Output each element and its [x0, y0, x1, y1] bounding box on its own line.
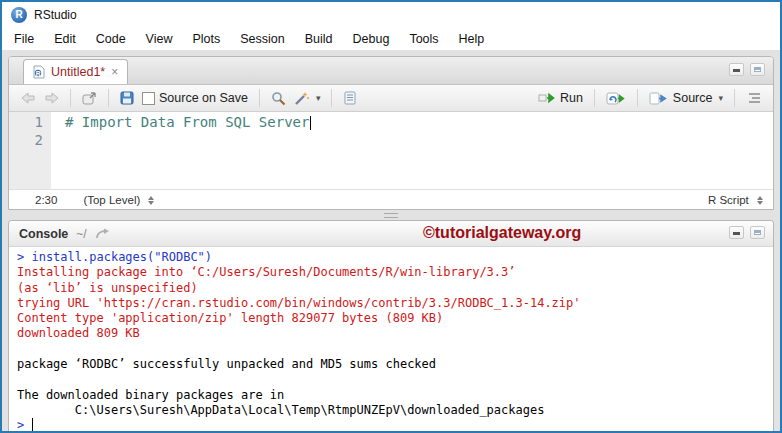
- console-line: (as ‘lib’ is unspecified): [17, 281, 773, 296]
- menu-item-tools[interactable]: Tools: [399, 29, 448, 49]
- tab-label: Untitled1*: [51, 65, 105, 79]
- console-line: [17, 372, 773, 387]
- console-header: Console ~/ ©tutorialgateway.org: [9, 221, 773, 247]
- source-label: Source: [673, 91, 713, 105]
- file-type-selector[interactable]: R Script: [708, 194, 763, 206]
- outline-icon: [746, 92, 761, 104]
- run-label: Run: [560, 91, 583, 105]
- watermark: ©tutorialgateway.org: [423, 224, 581, 242]
- editor-status-bar: 2:30 (Top Level) R Script: [9, 189, 773, 210]
- file-type-label: R Script: [708, 194, 749, 206]
- popout-window-button[interactable]: [78, 90, 101, 107]
- line-number: 2: [9, 131, 43, 149]
- console-title: Console: [19, 227, 68, 241]
- back-arrow-icon: [21, 92, 36, 104]
- source-toolbar: Source on Save ▾ Run: [9, 85, 773, 112]
- maximize-pane-icon[interactable]: [750, 63, 765, 76]
- menu-item-code[interactable]: Code: [86, 29, 136, 49]
- code-editor[interactable]: 12 # Import Data From SQL Server: [9, 112, 773, 189]
- magic-wand-icon: [294, 91, 310, 106]
- popout-icon: [82, 92, 97, 105]
- source-button[interactable]: Source ▾: [645, 89, 727, 107]
- source-on-save-checkbox[interactable]: Source on Save: [138, 89, 252, 107]
- source-on-save-label: Source on Save: [159, 91, 248, 105]
- console-line: >: [17, 418, 773, 431]
- menu-item-edit[interactable]: Edit: [44, 29, 86, 49]
- document-outline-button[interactable]: [742, 90, 765, 106]
- maximize-pane-icon[interactable]: [750, 226, 765, 239]
- menu-item-plots[interactable]: Plots: [182, 29, 230, 49]
- run-icon: [538, 92, 556, 104]
- notebook-icon: [343, 91, 357, 105]
- console-line: package ‘RODBC’ successfully unpacked an…: [17, 357, 773, 372]
- menu-item-debug[interactable]: Debug: [343, 29, 400, 49]
- splitter-grip-icon[interactable]: [384, 213, 398, 218]
- svg-text:R: R: [36, 70, 41, 77]
- console-line: Content type 'application/zip' length 82…: [17, 311, 773, 326]
- run-button[interactable]: Run: [534, 89, 587, 107]
- window-title: RStudio: [34, 8, 77, 22]
- menu-item-file[interactable]: File: [4, 29, 44, 49]
- back-button[interactable]: [17, 90, 40, 106]
- minimize-pane-icon[interactable]: [729, 63, 744, 76]
- r-file-icon: R: [33, 65, 45, 79]
- pane-splitter[interactable]: [2, 210, 780, 220]
- console-line: downloaded 809 KB: [17, 326, 773, 341]
- line-number: 1: [9, 113, 43, 131]
- source-pane: R Untitled1* ×: [8, 56, 774, 210]
- compile-report-button[interactable]: [339, 89, 361, 107]
- source-tab-strip: R Untitled1* ×: [9, 57, 773, 85]
- text-cursor: [310, 116, 311, 130]
- menu-item-session[interactable]: Session: [230, 29, 294, 49]
- rerun-button[interactable]: [602, 90, 630, 107]
- menu-item-help[interactable]: Help: [449, 29, 495, 49]
- console-output[interactable]: > install.packages("RODBC")Installing pa…: [9, 247, 773, 431]
- working-directory: ~/: [76, 227, 86, 241]
- console-pane: Console ~/ ©tutorialgateway.org > instal…: [8, 220, 774, 431]
- save-icon: [120, 91, 134, 105]
- menu-bar: FileEditCodeViewPlotsSessionBuildDebugTo…: [2, 27, 780, 50]
- checkbox-icon[interactable]: [142, 92, 155, 105]
- console-line: Installing package into ‘C:/Users/Suresh…: [17, 265, 773, 280]
- menu-item-view[interactable]: View: [136, 29, 183, 49]
- workspace: R Untitled1* ×: [2, 50, 780, 431]
- forward-arrow-icon: [44, 92, 59, 104]
- text-cursor: [32, 418, 33, 431]
- rstudio-logo-icon: R: [11, 7, 27, 23]
- updown-arrows-icon: [757, 196, 763, 205]
- editor-code-area[interactable]: # Import Data From SQL Server: [51, 112, 773, 189]
- code-line: # Import Data From SQL Server: [65, 113, 773, 131]
- chevron-down-icon: ▾: [316, 93, 321, 103]
- console-line: [17, 342, 773, 357]
- forward-button[interactable]: [40, 90, 63, 106]
- code-tools-button[interactable]: ▾: [290, 89, 325, 108]
- updown-arrows-icon: [148, 196, 154, 205]
- rerun-icon: [606, 92, 626, 105]
- goto-directory-icon[interactable]: [95, 228, 111, 240]
- find-replace-button[interactable]: [267, 89, 290, 108]
- scope-label: (Top Level): [83, 194, 140, 206]
- menu-item-build[interactable]: Build: [295, 29, 343, 49]
- console-line: trying URL 'https://cran.rstudio.com/bin…: [17, 296, 773, 311]
- tab-untitled1[interactable]: R Untitled1* ×: [23, 59, 128, 84]
- console-line: The downloaded binary packages are in: [17, 388, 773, 403]
- title-bar: R RStudio: [2, 2, 780, 27]
- chevron-down-icon[interactable]: ▾: [718, 93, 723, 103]
- console-line: > install.packages("RODBC"): [17, 250, 773, 265]
- minimize-pane-icon[interactable]: [729, 226, 744, 239]
- cursor-position[interactable]: 2:30: [35, 194, 57, 206]
- line-number-gutter: 12: [9, 112, 51, 189]
- search-icon: [271, 91, 286, 106]
- scope-selector[interactable]: (Top Level): [83, 194, 154, 206]
- console-line: C:\Users\Suresh\AppData\Local\Temp\RtmpU…: [17, 403, 773, 418]
- rstudio-window: R RStudio FileEditCodeViewPlotsSessionBu…: [0, 0, 782, 433]
- save-button[interactable]: [116, 89, 138, 107]
- tab-close-icon[interactable]: ×: [111, 66, 118, 78]
- source-run-icon: [649, 92, 669, 105]
